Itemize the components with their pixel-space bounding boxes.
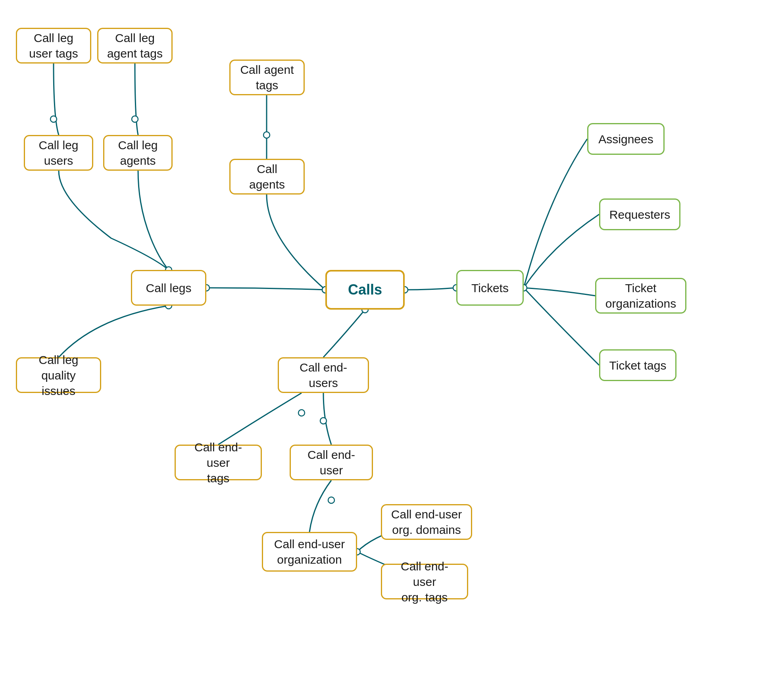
call-leg-user-tags-label: Call leguser tags <box>29 30 78 61</box>
call-leg-agents-node: Call legagents <box>103 135 173 171</box>
call-leg-quality-issues-node: Call legquality issues <box>16 357 101 393</box>
call-end-users-label: Call end-users <box>286 360 361 391</box>
call-legs-label: Call legs <box>146 280 191 296</box>
tickets-label: Tickets <box>471 280 509 296</box>
svg-point-0 <box>50 116 57 122</box>
svg-point-4 <box>263 132 270 138</box>
call-end-user-tags-label: Call end-usertags <box>183 439 254 486</box>
calls-label: Calls <box>348 281 382 299</box>
call-end-user-org-tags-label: Call end-userorg. tags <box>389 559 460 605</box>
call-leg-users-label: Call legusers <box>38 137 78 168</box>
svg-point-11 <box>328 497 334 503</box>
call-end-user-org-node: Call end-userorganization <box>262 532 357 572</box>
call-end-user-org-tags-node: Call end-userorg. tags <box>381 564 468 599</box>
call-leg-quality-issues-label: Call legquality issues <box>24 352 93 399</box>
call-end-user-org-label: Call end-userorganization <box>274 536 345 567</box>
call-leg-user-tags-node: Call leguser tags <box>16 28 91 64</box>
call-agent-tags-label: Call agenttags <box>240 62 294 93</box>
call-end-user-org-domains-label: Call end-userorg. domains <box>391 507 462 537</box>
svg-point-9 <box>298 410 305 416</box>
assignees-label: Assignees <box>598 131 653 147</box>
call-leg-users-node: Call legusers <box>24 135 93 171</box>
assignees-node: Assignees <box>587 123 665 155</box>
requesters-label: Requesters <box>609 207 670 222</box>
tickets-node: Tickets <box>456 270 524 306</box>
ticket-organizations-label: Ticketorganizations <box>605 280 676 311</box>
call-leg-agent-tags-label: Call legagent tags <box>107 30 163 61</box>
call-end-user-label: Call end-user <box>298 447 365 478</box>
call-end-user-tags-node: Call end-usertags <box>175 445 262 480</box>
call-agents-node: Call agents <box>229 159 305 195</box>
calls-node: Calls <box>325 270 405 310</box>
call-end-user-org-domains-node: Call end-userorg. domains <box>381 504 472 540</box>
ticket-tags-node: Ticket tags <box>599 349 676 381</box>
ticket-organizations-node: Ticketorganizations <box>595 278 686 314</box>
ticket-tags-label: Ticket tags <box>609 358 667 373</box>
call-agent-tags-node: Call agenttags <box>229 60 305 95</box>
requesters-node: Requesters <box>599 198 680 230</box>
call-leg-agents-label: Call legagents <box>118 137 158 168</box>
call-leg-agent-tags-node: Call legagent tags <box>97 28 173 64</box>
svg-point-10 <box>320 418 327 424</box>
call-end-users-node: Call end-users <box>278 357 369 393</box>
call-agents-label: Call agents <box>238 161 296 192</box>
svg-point-1 <box>132 116 138 122</box>
call-legs-node: Call legs <box>131 270 206 306</box>
call-end-user-node: Call end-user <box>290 445 373 480</box>
